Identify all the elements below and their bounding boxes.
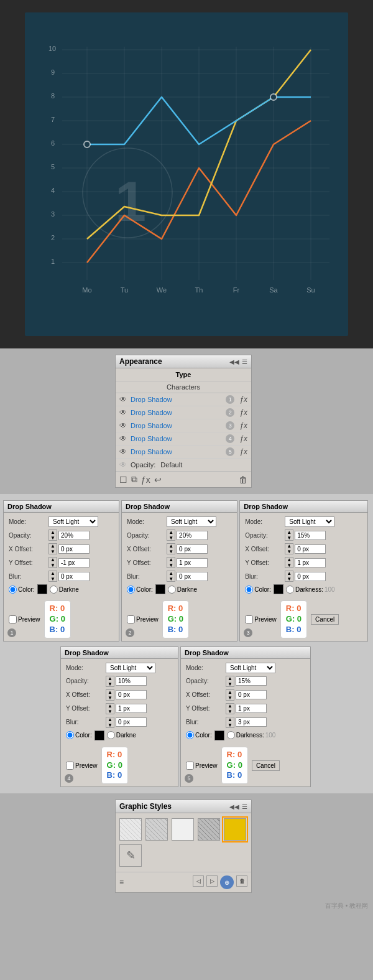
yoffset-input-1[interactable]	[58, 558, 90, 567]
yoffset-input-2[interactable]	[177, 558, 208, 567]
yoffset-spinner-4[interactable]: ▲▼	[106, 703, 114, 714]
opacity-spinner-up-1[interactable]: ▲▼	[48, 530, 57, 541]
color-swatch-5[interactable]	[214, 730, 224, 740]
yoffset-spinner-5[interactable]: ▲▼	[226, 703, 234, 714]
opacity-spinner-4[interactable]: ▲▼	[106, 676, 114, 687]
xoffset-input-1[interactable]	[58, 544, 90, 554]
blur-input-3[interactable]	[295, 572, 326, 581]
blur-spinner-3[interactable]: ▲▼	[285, 571, 293, 582]
delete-icon[interactable]: 🗑	[239, 475, 247, 485]
gs-menu-icon[interactable]: ☰	[242, 803, 247, 810]
drop-shadow-link-4[interactable]: Drop Shadow	[131, 435, 172, 442]
drop-shadow-link-3[interactable]: Drop Shadow	[131, 422, 172, 429]
blur-spinner-2[interactable]: ▲▼	[167, 571, 175, 582]
preview-checkbox-3[interactable]	[245, 615, 253, 623]
opacity-spinner-3[interactable]: ▲▼	[285, 530, 293, 541]
duplicate-icon[interactable]: ⧉	[131, 474, 137, 485]
gs-swatch-1[interactable]	[119, 818, 142, 841]
color-radio-2[interactable]	[127, 586, 135, 594]
preview-checkbox-5[interactable]	[186, 762, 194, 770]
link-icon[interactable]: ↩	[154, 475, 162, 485]
opacity-spinner-5[interactable]: ▲▼	[226, 676, 234, 687]
preview-checkbox-1[interactable]	[9, 615, 17, 623]
yoffset-input-4[interactable]	[116, 704, 147, 713]
gs-swatch-2[interactable]	[145, 818, 168, 841]
opacity-input-4[interactable]	[116, 676, 147, 686]
opacity-spinner-2[interactable]: ▲▼	[167, 530, 175, 541]
gs-swatch-5[interactable]	[224, 818, 246, 841]
blur-input-1[interactable]	[58, 572, 90, 581]
mode-select-4[interactable]: Soft Light	[106, 663, 155, 673]
gs-add-icon[interactable]: ⊕	[220, 875, 234, 889]
blur-spinner-5[interactable]: ▲▼	[226, 717, 234, 728]
darkness-radio-4[interactable]	[107, 731, 115, 739]
gs-swatch-6[interactable]: ✎	[119, 844, 142, 867]
gs-delete-icon[interactable]: 🗑	[236, 875, 247, 887]
rgb-badge-4: R: 0 G: 0 B: 0	[101, 747, 128, 785]
drop-shadow-link-2[interactable]: Drop Shadow	[131, 409, 172, 416]
opacity-input-2[interactable]	[177, 531, 208, 540]
darkness-radio-3[interactable]	[286, 586, 294, 594]
yoffset-input-5[interactable]	[236, 704, 267, 713]
color-radio-3[interactable]	[245, 586, 253, 594]
xoffset-input-3[interactable]	[295, 544, 326, 554]
panel-menu-icon[interactable]: ☰	[242, 358, 247, 365]
new-layer-icon[interactable]: ☐	[119, 475, 127, 485]
opacity-input-1[interactable]	[58, 531, 90, 540]
xoffset-spinner-4[interactable]: ▲▼	[106, 689, 114, 701]
gs-prev-icon[interactable]: ◁	[193, 875, 204, 887]
darkness-radio-1[interactable]	[50, 586, 58, 594]
color-swatch-3[interactable]	[274, 584, 283, 594]
blur-input-4[interactable]	[116, 717, 147, 727]
color-radio-1[interactable]	[9, 586, 17, 594]
opacity-input-5[interactable]	[236, 676, 267, 686]
gs-next-icon[interactable]: ▷	[206, 875, 218, 887]
visibility-icon-3[interactable]: 👁	[119, 421, 128, 430]
color-swatch-1[interactable]	[37, 584, 47, 594]
xoffset-input-4[interactable]	[116, 690, 147, 699]
color-swatch-4[interactable]	[94, 730, 104, 740]
blur-field-2: Blur: ▲▼	[127, 571, 232, 582]
yoffset-input-3[interactable]	[295, 558, 326, 567]
mode-select-5[interactable]: Soft Light	[226, 663, 275, 673]
xoffset-spinner-2[interactable]: ▲▼	[167, 543, 175, 554]
preview-checkbox-2[interactable]	[127, 615, 135, 623]
visibility-icon-1[interactable]: 👁	[119, 395, 128, 404]
yoffset-spinner-3[interactable]: ▲▼	[285, 557, 293, 568]
drop-shadow-link-1[interactable]: Drop Shadow	[131, 396, 172, 403]
cancel-button-3[interactable]: Cancel	[311, 614, 339, 625]
color-swatch-2[interactable]	[155, 584, 165, 594]
gs-collapse-icon[interactable]: ◀◀	[229, 803, 239, 810]
yoffset-spinner-1[interactable]: ▲▼	[48, 557, 57, 568]
visibility-icon-4[interactable]: 👁	[119, 434, 128, 443]
blur-spinner-1[interactable]: ▲▼	[48, 571, 57, 582]
visibility-icon-2[interactable]: 👁	[119, 408, 128, 417]
mode-select-2[interactable]: Soft Light	[167, 516, 216, 527]
blur-spinner-4[interactable]: ▲▼	[106, 717, 114, 728]
mode-select-3[interactable]: Soft Light	[285, 516, 334, 527]
gs-swatch-4[interactable]	[198, 818, 220, 841]
darkness-radio-5[interactable]	[227, 731, 235, 739]
mode-select-1[interactable]: Soft Light	[48, 516, 98, 527]
xoffset-spinner-3[interactable]: ▲▼	[285, 543, 293, 554]
color-radio-4[interactable]	[66, 731, 74, 739]
panel-collapse-icon[interactable]: ◀◀	[229, 358, 239, 365]
xoffset-spinner-5[interactable]: ▲▼	[226, 689, 234, 701]
gs-list-icon[interactable]: ≡	[119, 878, 124, 887]
cancel-button-5[interactable]: Cancel	[252, 760, 280, 771]
drop-shadow-link-5[interactable]: Drop Shadow	[131, 448, 172, 455]
gs-swatch-3[interactable]	[172, 818, 194, 841]
fx-footer-icon[interactable]: ƒx	[141, 475, 150, 485]
preview-checkbox-4[interactable]	[66, 762, 74, 770]
opacity-input-3[interactable]	[295, 531, 326, 540]
blur-input-2[interactable]	[177, 572, 208, 581]
blur-input-5[interactable]	[236, 717, 267, 727]
darkness-radio-2[interactable]	[168, 586, 176, 594]
yoffset-spinner-2[interactable]: ▲▼	[167, 557, 175, 568]
color-radio-5[interactable]	[186, 731, 194, 739]
xoffset-input-2[interactable]	[177, 544, 208, 554]
xoffset-spinner-1[interactable]: ▲▼	[48, 543, 57, 554]
xoffset-input-5[interactable]	[236, 690, 267, 699]
opacity-eye-icon[interactable]: 👁	[119, 460, 128, 469]
visibility-icon-5[interactable]: 👁	[119, 447, 128, 456]
